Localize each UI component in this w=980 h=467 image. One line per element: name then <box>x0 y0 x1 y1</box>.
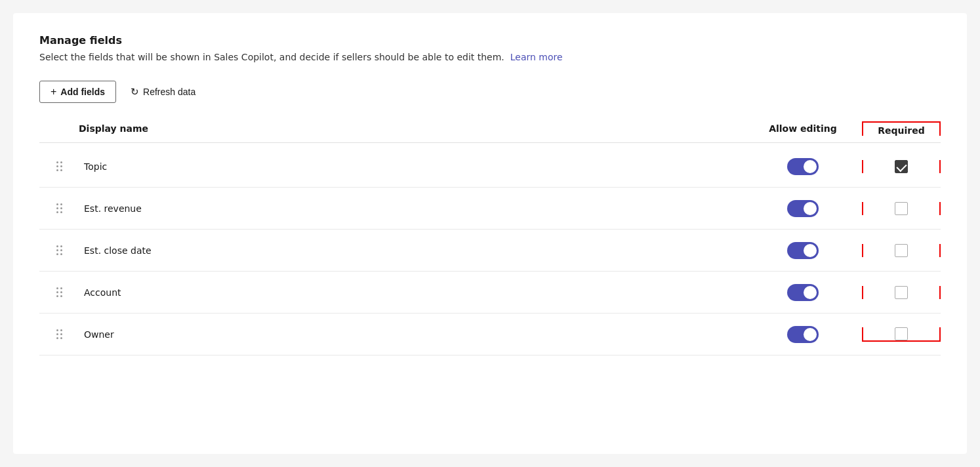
allow-editing-toggle-est-close-date[interactable] <box>787 242 819 259</box>
toggle-cell-account <box>744 284 862 301</box>
required-cell-est-close-date <box>862 244 941 257</box>
toggle-cell-est-revenue <box>744 200 862 217</box>
required-cell-topic <box>862 160 941 173</box>
field-name-account: Account <box>79 287 744 298</box>
drag-handle-icon[interactable] <box>39 287 79 297</box>
col-header-display-name: Display name <box>79 123 744 134</box>
main-container: Manage fields Select the fields that wil… <box>13 13 967 454</box>
field-name-topic: Topic <box>79 161 744 172</box>
refresh-data-button[interactable]: ↻ Refresh data <box>124 81 202 102</box>
table-body: TopicEst. revenueEst. close dateAccountO… <box>39 146 941 355</box>
plus-icon: + <box>51 86 56 98</box>
allow-editing-toggle-est-revenue[interactable] <box>787 200 819 217</box>
table-row: Owner <box>39 314 941 355</box>
add-fields-button[interactable]: + Add fields <box>39 81 116 103</box>
required-checkbox-est-close-date[interactable] <box>895 244 908 257</box>
required-cell-est-revenue <box>862 202 941 215</box>
toolbar: + Add fields ↻ Refresh data <box>39 81 941 103</box>
refresh-icon: ↻ <box>131 86 139 98</box>
table-row: Est. revenue <box>39 188 941 230</box>
drag-handle-icon[interactable] <box>39 203 79 213</box>
drag-handle-icon[interactable] <box>39 245 79 255</box>
learn-more-link[interactable]: Learn more <box>510 52 563 62</box>
drag-handle-icon[interactable] <box>39 329 79 339</box>
table-header: Display name Allow editing Required <box>39 121 941 143</box>
required-cell-owner <box>862 327 941 342</box>
table-row: Topic <box>39 146 941 188</box>
add-fields-label: Add fields <box>60 87 105 97</box>
col-header-required: Required <box>862 121 941 136</box>
col-header-allow-editing: Allow editing <box>744 123 862 134</box>
page-title: Manage fields <box>39 34 941 47</box>
required-checkbox-account[interactable] <box>895 286 908 299</box>
table-row: Est. close date <box>39 230 941 272</box>
toggle-cell-topic <box>744 158 862 175</box>
allow-editing-toggle-owner[interactable] <box>787 326 819 343</box>
drag-handle-icon[interactable] <box>39 161 79 171</box>
table-row: Account <box>39 272 941 314</box>
toggle-cell-est-close-date <box>744 242 862 259</box>
allow-editing-toggle-topic[interactable] <box>787 158 819 175</box>
field-name-est-close-date: Est. close date <box>79 245 744 256</box>
required-checkbox-owner[interactable] <box>895 327 908 340</box>
required-cell-account <box>862 286 941 299</box>
required-checkbox-topic[interactable] <box>895 160 908 173</box>
allow-editing-toggle-account[interactable] <box>787 284 819 301</box>
field-name-est-revenue: Est. revenue <box>79 203 744 214</box>
page-description: Select the fields that will be shown in … <box>39 52 941 62</box>
refresh-data-label: Refresh data <box>143 87 195 97</box>
required-checkbox-est-revenue[interactable] <box>895 202 908 215</box>
toggle-cell-owner <box>744 326 862 343</box>
field-name-owner: Owner <box>79 329 744 340</box>
description-text: Select the fields that will be shown in … <box>39 52 504 62</box>
